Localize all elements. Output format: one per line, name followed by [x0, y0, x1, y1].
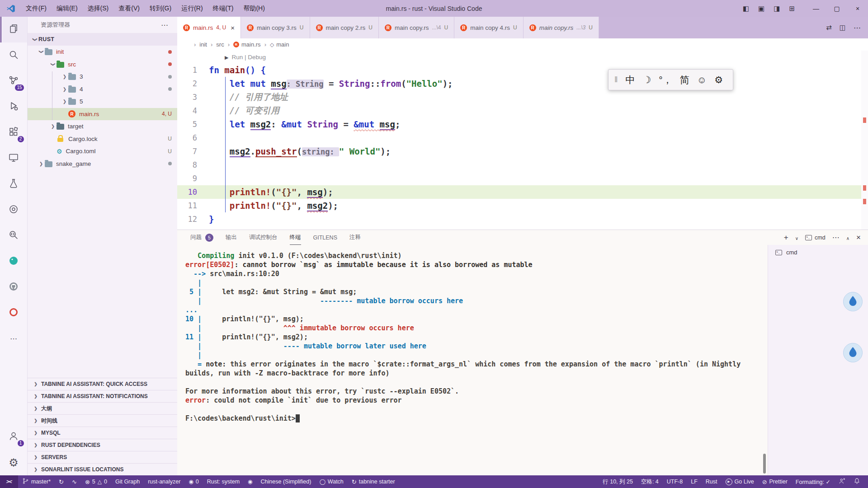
panel-tab[interactable]: 输出	[226, 230, 237, 245]
editor-tab[interactable]: main copy.rs ...\4 U	[379, 17, 454, 38]
activity-search-editor[interactable]	[0, 223, 27, 249]
watch-item[interactable]: Watch	[315, 475, 347, 488]
ime-charset-mode[interactable]: 简	[680, 74, 689, 86]
tree-item[interactable]: Cargo.lock U	[28, 133, 177, 145]
panel-tab[interactable]: 终端	[290, 230, 301, 245]
code-line[interactable]: 6	[177, 131, 868, 145]
tree-item[interactable]: Cargo.toml U	[28, 145, 177, 158]
activity-more[interactable]	[0, 326, 27, 352]
activity-settings[interactable]	[0, 450, 27, 475]
menu-item[interactable]: 选择(S)	[83, 0, 114, 17]
formatting-item[interactable]: Formatting: ✓	[792, 475, 835, 488]
ime-settings-icon[interactable]: ⚙	[714, 75, 723, 85]
prettier-item[interactable]: Prettier	[758, 475, 792, 488]
codelens-run-debug[interactable]: Run | Debug	[225, 51, 868, 63]
compare-icon[interactable]	[826, 23, 832, 32]
layout-toggle-icon[interactable]: ⊞	[789, 5, 795, 13]
indentation-item[interactable]: 空格: 4	[637, 475, 663, 488]
language-item[interactable]: Chinese (Simplified)	[257, 475, 316, 488]
breadcrumb-item[interactable]: main.rs	[224, 41, 261, 48]
panel-tab[interactable]: 调试控制台	[249, 230, 278, 245]
code-line[interactable]: 7 msg2.push_str(string: " World");	[177, 145, 868, 158]
droplet-button[interactable]	[843, 292, 863, 311]
code-line[interactable]: 4 // 可变引用	[177, 104, 868, 117]
language-mode-item[interactable]: Rust	[702, 475, 722, 488]
activity-extensions[interactable]: 2	[0, 120, 27, 145]
overview-ruler[interactable]	[861, 51, 868, 230]
sync-button[interactable]	[55, 475, 68, 488]
tree-item[interactable]: src	[28, 58, 177, 71]
chevron-down-icon[interactable]	[795, 234, 798, 241]
code-line[interactable]: 5 let msg2: &mut String = &mut msg;	[177, 117, 868, 131]
restore-button[interactable]: ▢	[826, 0, 847, 17]
editor-tab[interactable]: main copy 3.rs U	[241, 17, 310, 38]
problems-item[interactable]: 5 0	[81, 475, 111, 488]
editor-tab[interactable]: main copy 4.rs U	[454, 17, 523, 38]
editor-tab[interactable]: main.rs 4, U ×	[177, 17, 241, 38]
layout-toggle-icon[interactable]: ◧	[743, 5, 749, 13]
activity-python[interactable]	[0, 249, 27, 274]
menu-item[interactable]: 转到(G)	[145, 0, 176, 17]
eye-button[interactable]	[244, 475, 256, 488]
tabnine-item[interactable]: tabnine starter	[348, 475, 399, 488]
activity-quokka[interactable]	[0, 300, 27, 326]
code-editor[interactable]: Run | Debug 1 fn main() { 2 let mut msg:…	[177, 51, 868, 230]
code-line[interactable]: 11 println!("{}", msg2);	[177, 199, 868, 212]
activity-explorer[interactable]	[0, 17, 27, 42]
sidebar-section[interactable]: TABNINE AI ASSISTANT: NOTIFICATIONS	[28, 390, 177, 402]
code-line[interactable]: 1 fn main() {	[177, 63, 868, 77]
tree-item[interactable]: 4	[28, 83, 177, 96]
pipeline-button[interactable]	[68, 475, 81, 488]
close-panel-icon[interactable]	[856, 233, 861, 242]
code-line[interactable]: 9	[177, 172, 868, 185]
ime-moon-icon[interactable]: ☽	[642, 75, 651, 85]
sidebar-section[interactable]: RUST DEPENDENCIES	[28, 439, 177, 451]
code-line[interactable]: 2 let mut msg: String = String::from("He…	[177, 77, 868, 90]
more-actions-icon[interactable]	[832, 233, 840, 242]
rust-analyzer-item[interactable]: rust-analyzer	[144, 475, 184, 488]
tree-item[interactable]: main.rs 4, U	[28, 108, 177, 121]
activity-tabnine[interactable]: 15	[0, 68, 27, 94]
go-live-item[interactable]: Go Live	[722, 475, 758, 488]
activity-search[interactable]	[0, 42, 27, 68]
tree-item[interactable]: target	[28, 120, 177, 133]
menu-item[interactable]: 终端(T)	[208, 0, 239, 17]
menu-item[interactable]: 查看(V)	[113, 0, 145, 17]
git-branch-item[interactable]: master*	[18, 475, 55, 488]
activity-gitlens[interactable]	[0, 197, 27, 223]
eye-count-item[interactable]: 0	[184, 475, 203, 488]
ime-language-mode[interactable]: 中	[625, 74, 635, 86]
activity-account[interactable]: 1	[0, 424, 27, 450]
terminal-scrollbar[interactable]	[763, 454, 766, 474]
remote-indicator[interactable]	[0, 475, 18, 488]
git-graph-item[interactable]: Git Graph	[111, 475, 144, 488]
close-tab-icon[interactable]: ×	[231, 24, 235, 32]
menu-item[interactable]: 编辑(E)	[52, 0, 83, 17]
code-line[interactable]: 8	[177, 158, 868, 172]
new-terminal-icon[interactable]	[784, 233, 788, 242]
activity-github[interactable]	[0, 274, 27, 300]
panel-tab[interactable]: GITLENS	[313, 230, 338, 245]
editor-tab[interactable]: main copy 2.rs U	[310, 17, 379, 38]
terminal-list-item-cmd[interactable]: cmd	[768, 245, 868, 260]
shell-indicator[interactable]: cmd	[805, 235, 826, 241]
encoding-item[interactable]: UTF-8	[663, 475, 687, 488]
ime-punctuation-mode[interactable]: °，	[659, 74, 672, 86]
minimize-button[interactable]: —	[806, 0, 826, 17]
maximize-panel-icon[interactable]	[846, 234, 849, 241]
more-actions-icon[interactable]	[161, 21, 168, 29]
drag-handle-icon[interactable]: ‖	[614, 75, 618, 84]
tree-item[interactable]: snake_game	[28, 158, 177, 170]
sidebar-section[interactable]: MYSQL	[28, 427, 177, 439]
tree-item[interactable]: 5	[28, 95, 177, 108]
tree-item[interactable]: init	[28, 46, 177, 58]
sidebar-section[interactable]: TABNINE AI ASSISTANT: QUICK ACCESS	[28, 378, 177, 390]
more-actions-icon[interactable]	[854, 23, 861, 32]
panel-tab[interactable]: 问题 5	[190, 230, 213, 245]
rust-toolchain-item[interactable]: Rust: system	[203, 475, 244, 488]
tree-item[interactable]: 3	[28, 70, 177, 83]
layout-toggle-icon[interactable]: ◨	[774, 5, 780, 13]
ime-emoji-icon[interactable]: ☺	[697, 75, 707, 85]
tree-root-rust[interactable]: RUST	[28, 33, 177, 46]
breadcrumb-item[interactable]: src	[207, 41, 224, 48]
